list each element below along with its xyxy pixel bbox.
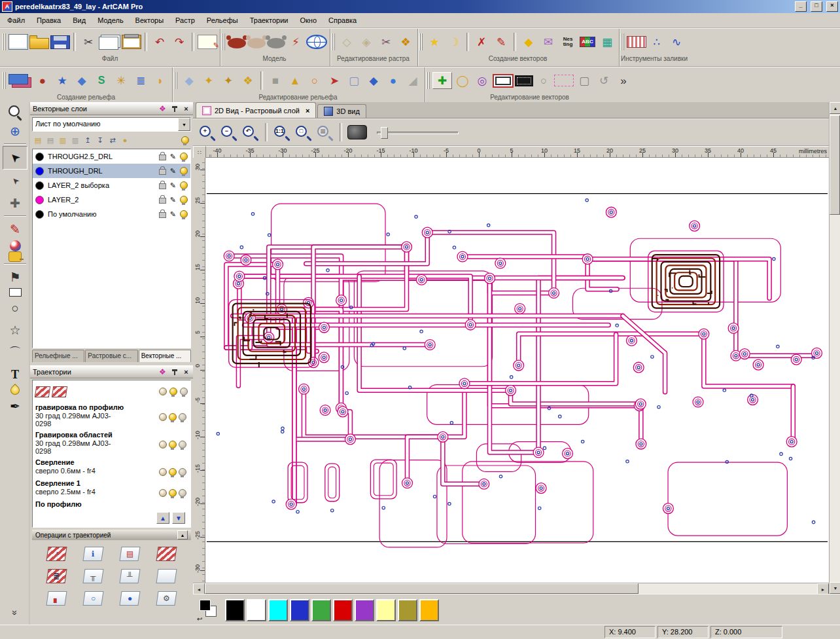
raster-shape-icon[interactable]: ◇ — [338, 33, 356, 51]
layer-visibility-bulb[interactable] — [180, 181, 188, 189]
menu-Справка[interactable]: Справка — [323, 14, 362, 26]
texture-relief-icon[interactable]: ◗ — [151, 71, 169, 90]
palette-swatch-3[interactable] — [290, 599, 309, 621]
drill-toolpath-icon[interactable]: ╥ — [82, 569, 103, 583]
toolpath-name[interactable]: По профилю — [35, 500, 188, 508]
minimize-button[interactable]: _ — [795, 1, 807, 12]
feeds-speeds-icon[interactable]: ⚙ — [156, 591, 177, 606]
close-button[interactable]: × — [826, 1, 838, 12]
toolpath-name[interactable]: Сверление — [35, 458, 188, 466]
zoom-previous-button[interactable]: ↶ — [241, 124, 260, 140]
view-tab-3d[interactable]: 3D вид — [317, 104, 366, 118]
panel-tab-Рельефные ...[interactable]: Рельефные ... — [32, 350, 84, 362]
sculpt-pencil-tool[interactable]: ✎ — [3, 218, 27, 240]
circuit-pattern-icon[interactable] — [515, 75, 533, 86]
menu-Вид[interactable]: Вид — [67, 14, 92, 26]
flood-curves-icon[interactable]: ∿ — [667, 33, 686, 51]
menu-Векторы[interactable]: Векторы — [130, 14, 169, 26]
menu-Растр[interactable]: Растр — [169, 14, 201, 26]
canvas-2d[interactable] — [205, 158, 829, 583]
layer-lock-icon[interactable] — [159, 155, 166, 160]
palette-swatch-7[interactable] — [376, 599, 396, 621]
layer-lock-icon[interactable] — [159, 198, 166, 204]
undo-icon[interactable]: ↶ — [150, 33, 169, 51]
paste-icon[interactable] — [122, 35, 141, 49]
toolpath-stack-2-icon[interactable] — [52, 386, 67, 397]
spin-group-icon[interactable]: ❖ — [239, 71, 257, 90]
measure-tool[interactable] — [9, 251, 22, 262]
toolbar-drag-handle[interactable] — [621, 33, 624, 50]
toolbar-drag-handle[interactable] — [174, 72, 177, 89]
swap-colors-icon[interactable]: ↩ — [197, 615, 202, 623]
blue-star-icon[interactable]: ★ — [53, 71, 71, 90]
primary-secondary-colors[interactable]: ↩ — [197, 598, 220, 623]
flood-fill-icon[interactable] — [627, 36, 646, 48]
layer-down-icon[interactable]: ↧ — [95, 136, 105, 145]
new-layer-icon[interactable]: ▤ — [33, 136, 43, 145]
halo-icon[interactable]: ◯ — [453, 71, 472, 90]
close-tab-icon[interactable]: × — [306, 107, 309, 115]
rectangle-tool[interactable] — [9, 288, 22, 297]
weave-icon[interactable]: ✳ — [112, 71, 130, 90]
vertical-scroll-thumb[interactable] — [830, 115, 840, 215]
panel-tab-Векторные ...[interactable]: Векторные ... — [139, 350, 191, 362]
add-shape-icon[interactable]: ✚ — [432, 72, 452, 89]
simulate-all-icon[interactable] — [156, 547, 177, 561]
layer-edit-icon[interactable]: ✎ — [170, 210, 176, 219]
arc-vector-icon[interactable]: ☽ — [445, 33, 463, 51]
copy-icon[interactable] — [99, 37, 118, 50]
rotary-sim-icon[interactable]: ○ — [82, 591, 103, 606]
sheet-selector-arrow-icon[interactable]: ▼ — [178, 118, 190, 131]
toolpaths-material-icon[interactable] — [159, 388, 167, 395]
quill-tool[interactable]: ✒ — [3, 395, 27, 417]
layer-edit-icon[interactable]: ✎ — [170, 153, 176, 161]
notes-icon[interactable] — [198, 35, 217, 49]
toolpath-calc-icon[interactable] — [159, 489, 167, 497]
toolbar-drag-handle[interactable] — [332, 33, 335, 50]
raise-relief-icon[interactable]: ▲ — [286, 71, 304, 90]
toolpath-name[interactable]: Гравировка областей — [35, 431, 188, 439]
merge-visible-icon[interactable]: ▥ — [58, 136, 68, 145]
blob-outline-icon[interactable]: ○ — [534, 71, 553, 90]
palette-swatch-6[interactable] — [355, 599, 374, 621]
menu-Окно[interactable]: Окно — [294, 14, 323, 26]
panel-pin-icon[interactable] — [170, 105, 179, 113]
menu-Траектории[interactable]: Траектории — [244, 14, 294, 26]
sheet-selector[interactable]: Лист по умолчанию ▼ — [32, 117, 191, 132]
layer-row-По умолчанию[interactable]: По умолчанию✎ — [33, 207, 190, 221]
panel-tag-icon[interactable]: ❖ — [158, 105, 167, 113]
transform-tool[interactable]: ✚ — [3, 192, 27, 214]
cut-icon[interactable]: ✂ — [79, 33, 97, 51]
sheet-flag-icon[interactable]: ▖ — [46, 591, 67, 606]
paste-relief-icon[interactable]: ≣ — [131, 71, 150, 90]
toolbar-drag-handle[interactable] — [419, 33, 423, 50]
palette-swatch-8[interactable] — [398, 599, 417, 621]
material-sheet-icon[interactable] — [156, 569, 177, 583]
palette-swatch-2[interactable] — [268, 599, 288, 621]
toolpath-calc-icon[interactable] — [159, 413, 167, 421]
flood-points-icon[interactable]: ∴ — [648, 33, 666, 51]
text-abc-icon[interactable]: ABC — [578, 33, 597, 51]
merge-layers-icon[interactable]: ▥ — [70, 136, 80, 145]
menu-Файл[interactable]: Файл — [1, 14, 31, 26]
layer-lock-icon[interactable] — [159, 212, 166, 218]
layer-row-THROUGH2.5_DRL[interactable]: THROUGH2.5_DRL✎ — [33, 149, 190, 164]
vertical-scroll-track[interactable] — [830, 215, 840, 582]
deform-relief-icon[interactable]: ➤ — [325, 71, 343, 90]
zoom-fit-button[interactable]: □ — [294, 124, 313, 140]
wedge-relief-icon[interactable]: ◢ — [404, 71, 422, 90]
fill-vector-icon[interactable]: ◆ — [519, 33, 538, 51]
toolpath-stack-icon[interactable] — [35, 386, 50, 397]
dotted-square-icon[interactable] — [554, 75, 574, 86]
save-toolpath-icon[interactable]: ↑ — [46, 547, 67, 561]
toolpath-show-2d-bulb[interactable] — [169, 441, 177, 448]
palette-swatch-9[interactable] — [419, 599, 439, 621]
arc-tool[interactable]: ⌒ — [3, 341, 27, 363]
offset-target-icon[interactable] — [493, 74, 514, 88]
sweep-profile-icon[interactable]: S — [92, 71, 111, 90]
panel-close-icon[interactable]: × — [182, 105, 190, 113]
scroll-up-button[interactable]: ▲ — [830, 102, 840, 114]
layer-visibility-bulb[interactable] — [180, 196, 188, 204]
nesting-icon[interactable]: Nes ting — [559, 33, 577, 51]
more-vector-tools-icon[interactable]: » — [614, 71, 633, 90]
